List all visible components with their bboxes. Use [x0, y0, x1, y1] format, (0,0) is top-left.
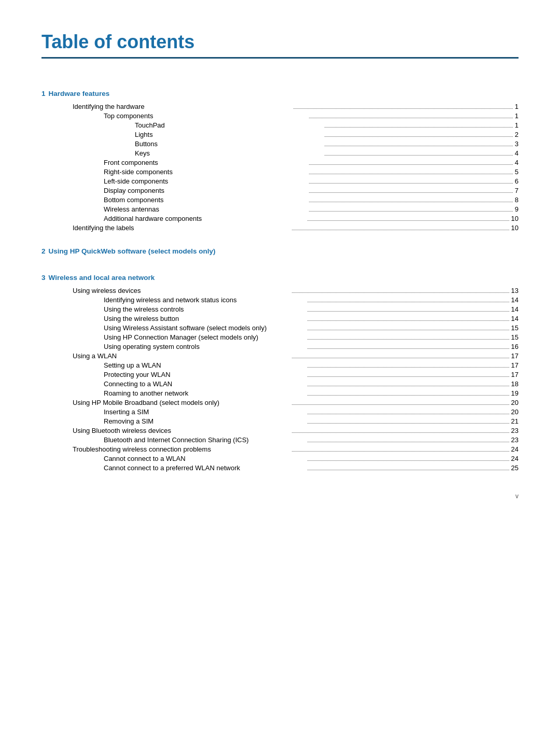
toc-entry-label: Left-side components — [104, 177, 307, 185]
toc-entry: Using Bluetooth wireless devices23 — [41, 427, 519, 434]
toc-entry-page: 15 — [511, 324, 519, 332]
toc-entry-dots — [309, 164, 512, 165]
toc-entry-label: Roaming to another network — [104, 389, 305, 397]
toc-entry-label: Inserting a SIM — [104, 408, 305, 416]
toc-entry: Using a WLAN17 — [41, 352, 519, 360]
toc-entry-label: Setting up a WLAN — [104, 361, 305, 369]
page-title: Table of contents — [41, 31, 519, 53]
toc-entry-dots — [307, 220, 509, 221]
toc-entry: Bluetooth and Internet Connection Sharin… — [41, 436, 519, 444]
toc-entry-dots — [307, 339, 509, 340]
toc-entry-label: Identifying the hardware — [73, 103, 291, 110]
toc-entry-page: 14 — [511, 296, 519, 304]
section-3: 3Wireless and local area networkUsing wi… — [41, 274, 519, 472]
toc-entry-label: Using Bluetooth wireless devices — [73, 427, 290, 434]
toc-entry-page: 18 — [511, 380, 519, 388]
toc-entry-page: 3 — [515, 140, 519, 148]
toc-entry-label: Identifying the labels — [73, 224, 290, 232]
toc-entry: Right-side components5 — [41, 168, 519, 176]
toc-entry-dots — [307, 442, 509, 442]
toc-entry-page: 10 — [511, 224, 519, 232]
toc-entry-dots — [307, 386, 509, 386]
toc-entry-dots — [309, 192, 512, 193]
toc-entry-label: Bluetooth and Internet Connection Sharin… — [104, 436, 305, 444]
toc-entry-page: 23 — [511, 427, 519, 434]
toc-entry-page: 14 — [511, 315, 519, 322]
toc-entry-label: Using operating system controls — [104, 343, 305, 350]
toc-entry-label: Cannot connect to a preferred WLAN netwo… — [104, 464, 305, 472]
toc-entry-label: Troubleshooting wireless connection prob… — [73, 445, 290, 453]
toc-entry-dots — [292, 230, 509, 230]
section-heading-3[interactable]: Wireless and local area network — [49, 274, 155, 282]
section-num-3: 3 — [41, 274, 46, 282]
toc-entry-label: Protecting your WLAN — [104, 371, 305, 378]
toc-entry: Using the wireless button14 — [41, 315, 519, 322]
toc-entry-page: 4 — [515, 149, 519, 157]
toc-entry-page: 15 — [511, 333, 519, 341]
toc-entry-dots — [292, 451, 509, 452]
toc-entry: Setting up a WLAN17 — [41, 361, 519, 369]
toc-entry: Front components4 — [41, 159, 519, 166]
toc-entry-label: Bottom components — [104, 196, 307, 204]
toc-entry: Identifying the hardware1 — [41, 103, 519, 110]
footer-page-num: v — [515, 493, 519, 500]
toc-entry: Using HP Mobile Broadband (select models… — [41, 399, 519, 406]
toc-entry-dots — [325, 155, 512, 156]
toc-entry: Inserting a SIM20 — [41, 408, 519, 416]
toc-entry-page: 5 — [515, 168, 519, 176]
toc-entry: Identifying wireless and network status … — [41, 296, 519, 304]
toc-entry-dots — [307, 414, 509, 414]
section-heading-1[interactable]: Hardware features — [49, 90, 110, 97]
toc-entry-label: Using wireless devices — [73, 287, 290, 294]
toc-entry-label: Removing a SIM — [104, 417, 305, 425]
toc-entry-page: 17 — [511, 361, 519, 369]
toc-entry-page: 14 — [511, 305, 519, 313]
toc-entry-page: 24 — [511, 445, 519, 453]
toc-entry-label: Cannot connect to a WLAN — [104, 455, 305, 462]
toc-entry-label: Using the wireless button — [104, 315, 305, 322]
section-num-2: 2 — [41, 247, 46, 255]
toc-entry-page: 1 — [515, 112, 519, 120]
toc-entry-page: 8 — [515, 196, 519, 204]
toc-entry: Buttons3 — [41, 140, 519, 148]
toc-entry-label: Using Wireless Assistant software (selec… — [104, 324, 305, 332]
toc-entry: Wireless antennas9 — [41, 205, 519, 213]
toc-container: 1Hardware featuresIdentifying the hardwa… — [41, 90, 519, 472]
toc-entry-dots — [325, 127, 512, 128]
toc-entry-dots — [307, 330, 509, 330]
section-1: 1Hardware featuresIdentifying the hardwa… — [41, 90, 519, 232]
toc-entry: Additional hardware components10 — [41, 215, 519, 222]
toc-entry-dots — [292, 404, 509, 405]
toc-entry-dots — [292, 432, 509, 433]
toc-entry-dots — [307, 348, 509, 349]
toc-entry: Using Wireless Assistant software (selec… — [41, 324, 519, 332]
toc-entry-page: 10 — [511, 215, 519, 222]
toc-entry-page: 20 — [511, 399, 519, 406]
toc-entry-dots — [307, 320, 509, 321]
toc-entry-label: Connecting to a WLAN — [104, 380, 305, 388]
toc-entry-dots — [292, 292, 509, 293]
toc-entry: Troubleshooting wireless connection prob… — [41, 445, 519, 453]
toc-entry-dots — [309, 118, 512, 118]
toc-entry: Left-side components6 — [41, 177, 519, 185]
section-heading-2[interactable]: Using HP QuickWeb software (select model… — [49, 247, 216, 255]
toc-entry: Keys4 — [41, 149, 519, 157]
toc-entry-label: Using HP Mobile Broadband (select models… — [73, 399, 290, 406]
toc-entry-page: 23 — [511, 436, 519, 444]
toc-entry-page: 2 — [515, 131, 519, 138]
toc-entry-label: Additional hardware components — [104, 215, 305, 222]
toc-entry: Using the wireless controls14 — [41, 305, 519, 313]
toc-entry-page: 17 — [511, 371, 519, 378]
section-heading-row-3: 3Wireless and local area network — [41, 274, 519, 285]
toc-entry-page: 13 — [511, 287, 519, 294]
toc-entry: Connecting to a WLAN18 — [41, 380, 519, 388]
toc-entry-dots — [307, 367, 509, 368]
toc-entry-dots — [293, 108, 512, 109]
toc-entry-label: Lights — [135, 131, 323, 138]
toc-entry-label: Top components — [104, 112, 307, 120]
toc-entry-label: Front components — [104, 159, 307, 166]
toc-entry: Lights2 — [41, 131, 519, 138]
toc-entry-label: Right-side components — [104, 168, 307, 176]
page-header: Table of contents — [41, 31, 519, 59]
toc-entry: Cannot connect to a preferred WLAN netwo… — [41, 464, 519, 472]
